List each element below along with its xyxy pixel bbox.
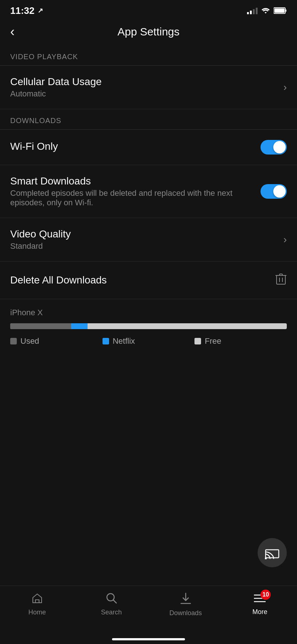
svg-rect-1 xyxy=(285,9,286,12)
location-arrow-icon: ↗ xyxy=(38,7,43,15)
storage-bar-used xyxy=(10,323,71,329)
more-badge-container: 10 xyxy=(254,592,266,606)
delete-all-downloads-row[interactable]: Delete All Downloads xyxy=(0,262,297,299)
back-chevron-icon: ‹ xyxy=(10,24,15,39)
svg-point-10 xyxy=(107,594,114,601)
wifi-only-content: Wi-Fi Only xyxy=(10,141,261,154)
used-color-swatch xyxy=(10,338,17,344)
netflix-label: Netflix xyxy=(113,336,135,346)
svg-rect-3 xyxy=(277,275,285,284)
storage-bar-netflix xyxy=(71,323,88,329)
nav-header: ‹ App Settings xyxy=(0,20,297,45)
video-quality-row[interactable]: Video Quality Standard › xyxy=(0,218,297,262)
status-bar: 11:32 ↗ xyxy=(0,0,297,20)
smart-downloads-content: Smart Downloads Completed episodes will … xyxy=(10,175,261,207)
more-nav-label: More xyxy=(252,608,267,616)
bottom-nav: Home Search Downloads xyxy=(0,586,297,629)
home-icon xyxy=(31,592,43,606)
downloads-nav-label: Downloads xyxy=(169,609,202,617)
storage-section: iPhone X Used Netflix Free xyxy=(0,299,297,346)
section-downloads: DOWNLOADS xyxy=(0,109,297,129)
search-nav-label: Search xyxy=(101,609,122,616)
wifi-only-row[interactable]: Wi-Fi Only xyxy=(0,130,297,165)
cast-button[interactable] xyxy=(258,538,287,567)
video-quality-content: Video Quality Standard xyxy=(10,228,278,251)
back-button[interactable]: ‹ xyxy=(10,24,15,39)
smart-downloads-title: Smart Downloads xyxy=(10,175,261,187)
video-quality-title: Video Quality xyxy=(10,228,278,240)
wifi-icon xyxy=(261,7,270,14)
trash-icon xyxy=(275,273,287,288)
svg-rect-9 xyxy=(35,600,39,603)
wifi-only-title: Wi-Fi Only xyxy=(10,141,261,152)
nav-item-more[interactable]: 10 More xyxy=(223,590,297,616)
cast-icon xyxy=(265,546,279,559)
nav-item-search[interactable]: Search xyxy=(74,590,149,616)
nav-item-downloads[interactable]: Downloads xyxy=(148,590,223,617)
legend-used: Used xyxy=(10,336,103,346)
video-quality-chevron-icon: › xyxy=(284,234,287,245)
home-indicator xyxy=(112,638,185,640)
page-title: App Settings xyxy=(117,26,180,38)
smart-downloads-toggle[interactable] xyxy=(261,184,287,199)
svg-rect-2 xyxy=(274,8,285,13)
section-video-playback: VIDEO PLAYBACK xyxy=(0,45,297,65)
svg-line-11 xyxy=(113,600,116,603)
video-quality-subtitle: Standard xyxy=(10,241,278,251)
smart-downloads-description: Completed episodes will be deleted and r… xyxy=(10,188,261,207)
storage-legend: Used Netflix Free xyxy=(10,336,287,346)
search-icon xyxy=(106,592,117,606)
time-display: 11:32 xyxy=(10,5,35,16)
status-time: 11:32 ↗ xyxy=(10,5,43,16)
home-nav-label: Home xyxy=(28,609,46,616)
smart-downloads-row[interactable]: Smart Downloads Completed episodes will … xyxy=(0,165,297,218)
netflix-color-swatch xyxy=(103,338,109,344)
free-color-swatch xyxy=(194,338,201,344)
cellular-data-usage-row[interactable]: Cellular Data Usage Automatic › xyxy=(0,66,297,109)
signal-bars-icon xyxy=(247,7,258,14)
device-name: iPhone X xyxy=(10,308,287,317)
delete-all-downloads-title: Delete All Downloads xyxy=(10,274,107,286)
cellular-data-usage-subtitle: Automatic xyxy=(10,89,278,99)
cellular-data-usage-title: Cellular Data Usage xyxy=(10,76,278,88)
used-label: Used xyxy=(20,336,39,346)
status-icons xyxy=(247,7,287,14)
cellular-data-usage-content: Cellular Data Usage Automatic xyxy=(10,76,278,99)
svg-rect-7 xyxy=(266,550,279,558)
legend-free: Free xyxy=(194,336,287,346)
battery-icon xyxy=(274,7,287,14)
nav-item-home[interactable]: Home xyxy=(0,590,74,616)
chevron-right-icon: › xyxy=(284,81,287,93)
more-badge-count: 10 xyxy=(261,590,271,600)
downloads-icon xyxy=(180,592,191,607)
legend-netflix: Netflix xyxy=(103,336,195,346)
free-label: Free xyxy=(205,336,221,346)
wifi-only-toggle[interactable] xyxy=(261,140,287,155)
storage-bar xyxy=(10,323,287,329)
